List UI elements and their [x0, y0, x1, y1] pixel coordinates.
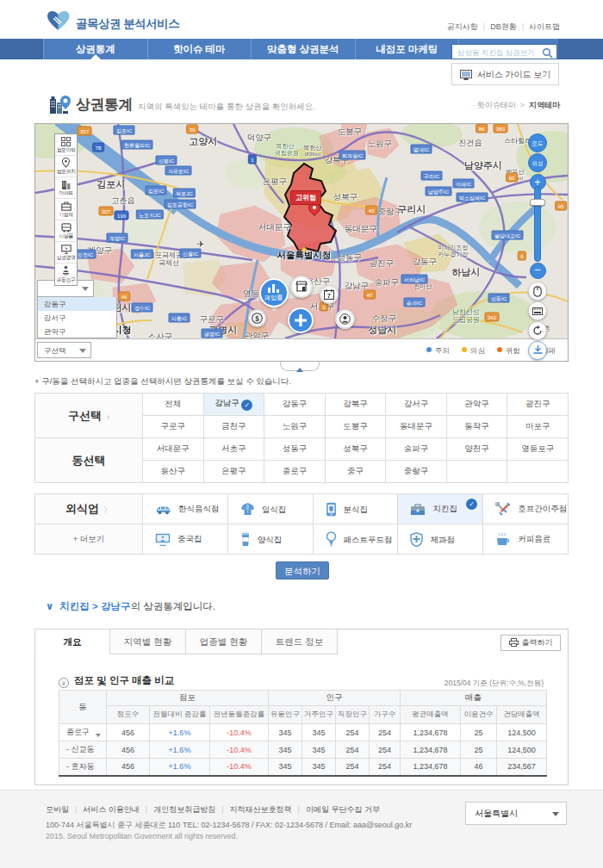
service-guide-button[interactable]: 서비스 가이드 보기: [451, 63, 559, 85]
nav-tab[interactable]: 맞춤형 상권분석: [251, 39, 355, 59]
row-label[interactable]: 종로구: [59, 724, 107, 741]
logo-icon[interactable]: [47, 10, 71, 32]
district-cell[interactable]: 중랑구: [386, 461, 447, 483]
nav-tab[interactable]: 상권통계: [43, 39, 147, 59]
district-cell[interactable]: 구로구: [143, 416, 204, 438]
map-tool-bus[interactable]: 시설물: [55, 220, 77, 242]
map-tool-pin[interactable]: 점포위치: [55, 156, 77, 177]
result-selection: 치킨집 > 강남구: [59, 601, 130, 611]
result-tab[interactable]: 개요: [34, 629, 110, 654]
map-tool-briefcase[interactable]: 기업체: [55, 199, 77, 220]
measure-button[interactable]: [528, 301, 547, 320]
logo-text[interactable]: 골목상권 분석서비스: [76, 16, 179, 32]
gu-select[interactable]: 구선택: [37, 342, 91, 358]
closure-rate-button[interactable]: 폐업률: [259, 278, 289, 307]
calendar-map-button[interactable]: 7: [320, 285, 339, 304]
district-cell[interactable]: 양천구: [446, 438, 507, 461]
satellite-toggle[interactable]: 위성: [528, 153, 547, 172]
road-badge: 시흥IC: [169, 313, 190, 323]
footer-link[interactable]: 모바일: [46, 805, 69, 814]
result-tab[interactable]: 트랜드 정보: [262, 629, 338, 654]
add-map-button[interactable]: [288, 307, 314, 333]
result-tab[interactable]: 업종별 현황: [186, 629, 262, 654]
map[interactable]: 고양시덕양구도봉구노원구진건읍스타힐리조트남양주시백봉산(587m)북한산국립공…: [34, 123, 569, 362]
district-cell[interactable]: 종로구: [264, 461, 326, 483]
category-cell-tools[interactable]: 호프간이주점: [483, 494, 569, 524]
search-box[interactable]: 삼성동 치킨집 상권보기: [451, 44, 557, 59]
nav-tab[interactable]: 내점포 마케팅: [355, 39, 460, 59]
category-cell-shield[interactable]: 제과점: [398, 524, 483, 555]
util-link[interactable]: 공지사항: [447, 22, 478, 31]
zoom-slider[interactable]: [534, 186, 541, 262]
footer-link[interactable]: 개인정보취급방침: [153, 805, 215, 814]
store-map-button[interactable]: [290, 276, 313, 298]
map-district-list[interactable]: 강동구강서구관악구: [37, 297, 117, 338]
breadcrumb-parent[interactable]: 핫이슈테마: [477, 101, 516, 109]
district-cell[interactable]: 마포구: [507, 416, 569, 438]
search-icon[interactable]: [542, 47, 553, 59]
district-cell[interactable]: 성동구: [264, 438, 326, 461]
map-collapse-handle[interactable]: [280, 362, 320, 371]
district-cell[interactable]: 강북구: [325, 394, 386, 416]
district-cell[interactable]: 용산구: [143, 461, 204, 483]
district-cell[interactable]: 동작구: [446, 416, 507, 438]
district-cell[interactable]: 성북구: [325, 438, 386, 461]
district-cell[interactable]: 은평구: [203, 461, 264, 483]
road-badge: 송파IC: [404, 298, 426, 307]
district-cell[interactable]: 도봉구: [325, 416, 386, 438]
chevron-down-icon[interactable]: ∨: [46, 601, 53, 611]
district-cell[interactable]: 강서구: [386, 394, 447, 416]
result-tab[interactable]: 지역별 현황: [110, 629, 186, 654]
district-cell[interactable]: 전체: [143, 394, 204, 416]
map-tool-monitor[interactable]: 상권영역: [55, 242, 77, 264]
map-label: 도립공원: [452, 315, 480, 325]
district-cell[interactable]: 중구: [325, 461, 386, 483]
district-cell[interactable]: 강남구 ✓: [203, 394, 264, 416]
district-list-item[interactable]: 강동구: [38, 297, 116, 311]
footer-link[interactable]: 지적재산보호정책: [230, 805, 292, 814]
region-select[interactable]: 서울특별시: [465, 802, 567, 825]
map-tool-grid[interactable]: 점포이력: [55, 134, 77, 156]
footer-link[interactable]: 서비스 이용안내: [83, 805, 140, 814]
nav-tab[interactable]: 핫이슈 테마: [147, 39, 252, 59]
zoom-slider-handle[interactable]: [530, 199, 545, 206]
district-cell[interactable]: 노원구: [264, 416, 326, 438]
risk-marker-label[interactable]: 고위험: [290, 190, 321, 205]
download-button[interactable]: [528, 341, 547, 360]
district-cell[interactable]: 서대문구: [143, 438, 204, 461]
category-cell-car[interactable]: 한식음식점: [143, 494, 228, 524]
map-canvas[interactable]: 고양시덕양구도봉구노원구진건읍스타힐리조트남양주시백봉산(587m)북한산국립공…: [35, 124, 568, 338]
category-cell-briefcase2[interactable]: 치킨집✓: [398, 494, 483, 524]
district-cell[interactable]: 송파구: [386, 438, 447, 461]
category-cell-monitor2[interactable]: 중국집: [143, 524, 228, 555]
district-cell[interactable]: 관악구: [446, 394, 507, 416]
refresh-button[interactable]: [528, 321, 547, 340]
map-tool-person[interactable]: 유동인구: [55, 264, 77, 285]
category-cell-phone[interactable]: 분식집: [313, 494, 398, 524]
category-cell-bulb[interactable]: 패스트푸드점: [313, 524, 398, 555]
print-button[interactable]: 출력하기: [500, 635, 561, 651]
district-cell[interactable]: 광진구: [507, 394, 569, 416]
person-map-button[interactable]: [335, 309, 355, 329]
util-link[interactable]: DB현황: [490, 22, 517, 31]
category-cell-coffee[interactable]: 커피음료: [483, 524, 569, 555]
analyze-button[interactable]: 분석하기: [276, 561, 329, 580]
district-cell[interactable]: 영등포구: [507, 438, 569, 461]
accordion-icon[interactable]: ∨: [59, 678, 69, 688]
category-select-table: 외식업〉한식음식점일식집분식집치킨집✓호프간이주점+ 더보기중국집양식집패스트푸…: [34, 493, 569, 555]
util-link[interactable]: 사이트맵: [529, 22, 560, 31]
footer-link[interactable]: 이메일 무단수집 거부: [306, 805, 380, 814]
roadview-toggle[interactable]: 로드: [528, 133, 547, 152]
district-list-item[interactable]: 강서구: [38, 311, 116, 325]
price-map-button[interactable]: $: [248, 309, 266, 327]
district-list-item[interactable]: 관악구: [38, 325, 116, 338]
district-cell[interactable]: 금천구: [203, 416, 264, 438]
zoom-out-button[interactable]: −: [530, 263, 546, 279]
mouse-mode-button[interactable]: [528, 282, 547, 301]
category-cell-jacket[interactable]: 일식집: [227, 494, 313, 524]
category-cell-tumbler[interactable]: 양식집: [227, 524, 313, 555]
district-cell[interactable]: 강동구: [264, 394, 326, 416]
district-cell[interactable]: 동대문구: [386, 416, 447, 438]
map-tool-building[interactable]: 아파트: [55, 177, 77, 199]
district-cell[interactable]: 서초구: [203, 438, 264, 461]
